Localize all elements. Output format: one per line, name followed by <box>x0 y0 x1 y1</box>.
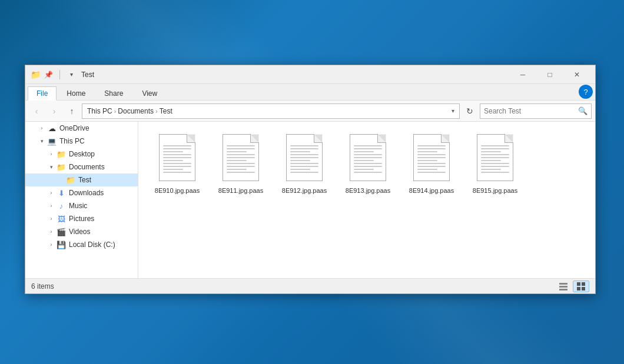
videos-icon: 🎬 <box>56 226 67 237</box>
file-icon <box>220 132 262 185</box>
path-test[interactable]: Test <box>160 107 172 115</box>
sidebar-item-documents[interactable]: ▾ 📁 Documents <box>25 161 138 173</box>
window-controls: ─ □ ✕ <box>509 65 590 84</box>
desktop-toggle[interactable]: › <box>47 149 56 159</box>
sidebar-item-downloads[interactable]: › ⬇ Downloads <box>25 186 138 199</box>
file-name: 8E910.jpg.paas <box>155 187 200 194</box>
local-disk-toggle[interactable]: › <box>47 240 56 249</box>
path-this-pc[interactable]: This PC <box>87 107 112 115</box>
help-button[interactable]: ? <box>579 85 593 99</box>
tab-share[interactable]: Share <box>95 86 132 100</box>
doc-page <box>350 134 386 181</box>
minimize-button[interactable]: ─ <box>509 65 536 84</box>
file-item[interactable]: 8E911.jpg.paas <box>211 128 270 198</box>
doc-lines <box>481 145 509 175</box>
title-divider <box>59 70 60 79</box>
videos-toggle[interactable]: › <box>47 227 56 236</box>
file-item[interactable]: 8E912.jpg.paas <box>275 128 334 198</box>
sidebar-item-desktop[interactable]: › 📁 Desktop <box>25 148 138 161</box>
sidebar-item-music[interactable]: › ♪ Music <box>25 199 138 212</box>
onedrive-icon: ☁ <box>47 123 57 133</box>
doc-lines <box>163 145 191 175</box>
local-disk-icon: 💾 <box>56 239 67 250</box>
path-test-label: Test <box>160 107 172 115</box>
sidebar-item-local-disk[interactable]: › 💾 Local Disk (C:) <box>25 238 138 251</box>
file-icon <box>410 132 453 185</box>
svg-rect-3 <box>577 282 580 286</box>
path-documents[interactable]: Documents <box>118 107 154 115</box>
test-label: Test <box>78 176 91 184</box>
sidebar-item-pictures[interactable]: › 🖼 Pictures <box>25 212 138 225</box>
doc-page <box>413 134 450 181</box>
maximize-button[interactable]: □ <box>536 65 563 84</box>
doc-line <box>354 151 374 152</box>
search-box[interactable]: 🔍 <box>480 103 592 119</box>
pictures-toggle[interactable]: › <box>47 214 56 223</box>
music-icon: ♪ <box>56 201 67 211</box>
doc-line <box>481 148 509 149</box>
refresh-button[interactable]: ↻ <box>462 103 477 119</box>
doc-lines <box>417 145 446 175</box>
search-input[interactable] <box>484 107 578 115</box>
file-icon <box>156 132 198 185</box>
doc-line <box>227 163 255 164</box>
doc-line <box>417 157 446 158</box>
doc-line <box>354 169 374 170</box>
file-item[interactable]: 8E910.jpg.paas <box>148 128 207 198</box>
close-button[interactable]: ✕ <box>563 65 590 84</box>
ribbon-tabs: File Home Share View ? <box>25 84 595 101</box>
downloads-toggle[interactable]: › <box>47 188 56 198</box>
window-title: Test <box>81 71 509 79</box>
tab-file[interactable]: File <box>28 86 57 101</box>
quick-access-arrow[interactable]: ▾ <box>66 70 77 79</box>
svg-rect-1 <box>559 286 567 288</box>
path-documents-label: Documents <box>118 107 154 115</box>
documents-toggle[interactable]: ▾ <box>47 162 56 172</box>
view-icons-icon <box>576 282 586 291</box>
doc-line <box>354 148 382 149</box>
doc-line <box>290 154 318 155</box>
doc-line <box>227 172 255 173</box>
doc-line <box>354 166 382 167</box>
view-icons-button[interactable] <box>573 280 589 292</box>
doc-line <box>354 163 382 164</box>
doc-line <box>227 151 247 152</box>
doc-line <box>163 166 191 167</box>
item-count: 6 items <box>31 282 54 290</box>
sidebar-item-onedrive[interactable]: › ☁ OneDrive <box>25 122 138 135</box>
back-button[interactable]: ‹ <box>29 103 44 119</box>
search-icon[interactable]: 🔍 <box>578 106 588 115</box>
doc-line <box>290 157 318 158</box>
sidebar-item-videos[interactable]: › 🎬 Videos <box>25 225 138 238</box>
explorer-window: 📁 📌 ▾ Test ─ □ ✕ File Home Share View ? … <box>25 65 596 294</box>
file-name: 8E914.jpg.paas <box>409 187 454 194</box>
doc-line <box>354 145 382 146</box>
sidebar-item-test[interactable]: 📁 Test <box>25 173 138 186</box>
doc-line <box>227 157 255 158</box>
up-button[interactable]: ↑ <box>64 103 79 119</box>
this-pc-toggle[interactable]: ▾ <box>37 136 47 146</box>
file-item[interactable]: 8E913.jpg.paas <box>338 128 397 198</box>
doc-line <box>227 166 255 167</box>
forward-button[interactable]: › <box>47 103 62 119</box>
music-toggle[interactable]: › <box>47 201 56 211</box>
onedrive-toggle[interactable]: › <box>37 123 47 133</box>
address-bar: ‹ › ↑ This PC › Documents › Test ▾ ↻ 🔍 <box>25 101 595 122</box>
address-path[interactable]: This PC › Documents › Test ▾ <box>82 103 460 119</box>
view-details-button[interactable] <box>555 280 572 292</box>
doc-line <box>227 169 247 170</box>
tab-home[interactable]: Home <box>58 86 94 100</box>
svg-rect-4 <box>582 282 585 286</box>
doc-lines <box>354 145 382 175</box>
this-pc-label: This PC <box>59 137 85 145</box>
tab-view[interactable]: View <box>133 86 166 100</box>
doc-line <box>227 154 255 155</box>
this-pc-icon: 💻 <box>47 136 57 146</box>
doc-line <box>163 172 191 173</box>
path-dropdown-arrow[interactable]: ▾ <box>452 108 454 114</box>
doc-page <box>286 134 323 181</box>
file-item[interactable]: 8E914.jpg.paas <box>402 128 461 198</box>
documents-icon: 📁 <box>56 162 67 172</box>
file-item[interactable]: 8E915.jpg.paas <box>466 128 525 198</box>
sidebar-item-this-pc[interactable]: ▾ 💻 This PC <box>25 135 138 148</box>
